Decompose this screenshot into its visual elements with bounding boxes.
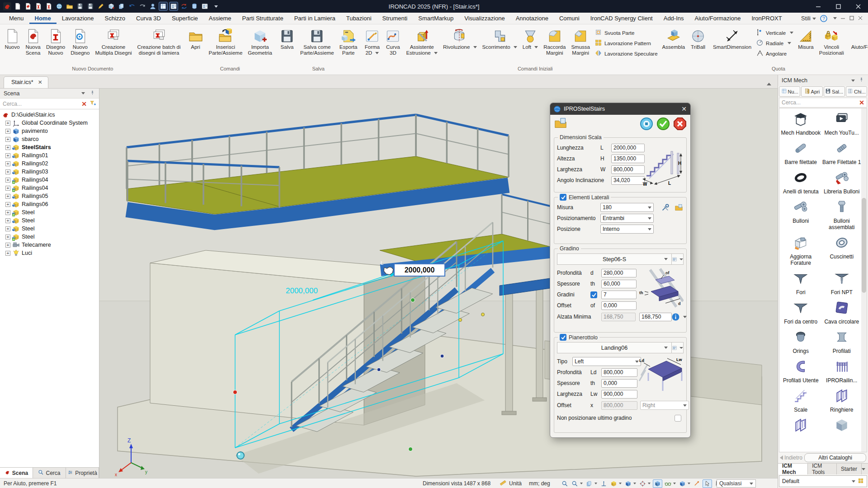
tipo-combo[interactable]: Left [572,357,641,366]
catalog-item-anelli-di-tenuta[interactable]: Anelli di tenuta [780,170,821,195]
pin-icon[interactable] [90,90,95,97]
new-drawing-icon[interactable] [34,2,43,11]
posizionamento-combo[interactable]: Entrambi [600,214,654,223]
dimension-edit-box[interactable]: 2000,000 [394,264,445,276]
catalog-item-partial[interactable] [821,418,863,442]
expand-icon[interactable]: + [5,161,10,166]
catalog-item-partial[interactable] [780,418,821,442]
chevron-down-icon[interactable] [833,17,837,19]
status-perp-icon[interactable] [599,480,608,488]
ribbon-smartdimension[interactable]: SmartDimension [710,27,754,52]
catalog-tab-starter[interactable]: Starter [837,464,862,474]
catalog-item-mech-youtu[interactable]: Mech YouTu... [821,111,863,136]
elementi-laterali-checkbox[interactable] [560,194,566,201]
menu-aiuto-formazione[interactable]: Aiuto/Formazione [689,13,746,24]
tree-item-d-guide-stair-ics[interactable]: D:\Guide\Stair.ics [0,111,99,119]
tree-item-railings04[interactable]: +Railings04 [0,176,99,184]
ribbon-salva[interactable]: Salva [277,27,297,52]
layout-panel-icon[interactable] [169,2,178,11]
lunghezza-input[interactable]: 2000,000 [611,144,645,152]
status-cube-shaded-icon[interactable] [653,479,662,488]
tree-item-railings04[interactable]: +Railings04 [0,184,99,192]
expand-icon[interactable]: + [5,153,10,158]
tree-item-railings01[interactable]: +Railings01 [0,151,99,160]
panel-tab-scena[interactable]: Scena [0,468,33,478]
expand-icon[interactable]: + [5,226,10,231]
status-target-icon[interactable] [638,480,651,488]
ok-button[interactable] [656,117,670,131]
expand-icon[interactable]: + [5,129,10,134]
expand-icon[interactable]: + [5,210,10,215]
panel-tab-cerca[interactable]: Cerca [33,468,66,478]
status-magnifier-icon[interactable] [561,480,569,488]
pin-icon[interactable] [859,77,864,84]
profile-icon[interactable] [148,2,157,11]
document-tab[interactable]: Stair.ics*✕ [4,76,48,88]
alzata-override-input[interactable]: 168,750 [639,313,672,321]
catalog-item-scale[interactable]: Scale [780,388,821,413]
catalog-item-fori[interactable]: Fori [780,271,821,296]
ribbon-radiale[interactable]: Radiale [756,39,793,47]
tree-item-luci[interactable]: +Luci [0,249,99,257]
landing-type-selector[interactable]: Landing06 [557,342,672,353]
ribbon-inserisci-parte-assieme[interactable]: InserisciParte/Assieme [206,27,245,57]
dialog-close-icon[interactable]: ✕ [681,105,687,113]
mdi-restore-icon[interactable] [849,15,854,22]
undo-icon[interactable] [127,2,137,11]
ribbon-creazione-multipla-disegni[interactable]: CreazioneMultipla Disegni [92,27,134,57]
landing-profondita-input[interactable]: 800,000 [601,368,637,377]
expand-icon[interactable]: + [5,137,10,142]
tree-item-railings02[interactable]: +Railings02 [0,160,99,168]
catalog-search-input[interactable]: Cerca...✕ [779,98,867,108]
menu-visualizzazione[interactable]: Visualizzazione [459,13,510,24]
larghezza-input[interactable]: 800,000 [611,165,645,174]
ribbon-lavorazione-pattern[interactable]: Lavorazione Pattern [594,39,658,47]
offset-input[interactable]: 0,000 [601,301,637,310]
catalog-btn-sal[interactable]: Sal... [824,86,845,97]
ribbon-raccorda-margini[interactable]: RaccordaMargini [541,27,568,57]
status-cube-b-icon[interactable] [678,480,691,488]
menu-home[interactable]: Home [29,13,57,24]
catalog-item-orings[interactable]: Orings [780,329,821,354]
status-cube-b-icon[interactable] [624,480,637,488]
status-glasses-icon[interactable] [664,480,677,488]
styles-dropdown[interactable]: Stili [801,15,816,22]
ribbon-angolare[interactable]: Angolare [756,49,793,58]
landing-larghezza-input[interactable]: 900,000 [601,390,637,399]
catalog-btn-apri[interactable]: Apri [801,86,822,97]
sketch-icon[interactable] [96,2,105,11]
catalog-item-ringhiere[interactable]: Ringhiere [821,388,863,413]
tab-list-icon[interactable] [862,468,865,470]
catalog-btn-chi[interactable]: Chi... [846,86,867,97]
more-icon[interactable] [211,2,220,11]
gradini-input[interactable]: 7 [601,291,637,299]
menu-lavorazione[interactable]: Lavorazione [57,13,99,24]
ribbon-creazione-batch-di-disegni-di-lamiera[interactable]: Creazione batch didisegni di lamiera [135,27,184,57]
app-logo-icon[interactable] [3,2,12,11]
ribbon-assistente-estrusione[interactable]: AssistenteEstrusione [403,27,440,57]
catalog-item-cuscinetti[interactable]: Cuscinetti [821,235,863,266]
ribbon-disegno-nuovo[interactable]: DisegnoNuovo [43,27,68,57]
menu-curva-3d[interactable]: Curva 3D [131,13,166,24]
panel-menu-icon[interactable] [81,92,85,94]
minimize-button[interactable] [808,0,828,13]
menu-superficie[interactable]: Superficie [166,13,203,24]
ribbon-salva-come-parte-assieme[interactable]: Salva comeParte/Assieme [297,27,337,57]
catalog-item-aggiorna-forature[interactable]: Aggiorna Forature [780,235,821,266]
tools-icon[interactable] [660,203,670,212]
close-tab-icon[interactable]: ✕ [38,80,42,84]
menu-ironproxt[interactable]: IronPROXT [746,13,787,24]
ribbon-forma-2d[interactable]: Forma2D [362,27,382,57]
ribbon-assembla[interactable]: Assembla [660,27,688,52]
expand-icon[interactable]: + [5,121,10,126]
open-icon[interactable] [65,2,74,11]
web-catalog-icon[interactable] [55,2,64,11]
alzata-options-icon[interactable] [683,316,687,318]
menu-smartmarkup[interactable]: SmartMarkup [413,13,459,24]
catalog-item-fori-npt[interactable]: Fori NPT [821,271,863,296]
selection-filter-combo[interactable]: Qualsiasi [717,479,756,488]
pianerottolo-checkbox[interactable] [560,334,566,341]
menu-assieme[interactable]: Assieme [203,13,237,24]
landing-side-combo[interactable]: Right [640,401,689,410]
ribbon-curva-3d[interactable]: Curva3D [382,27,403,57]
